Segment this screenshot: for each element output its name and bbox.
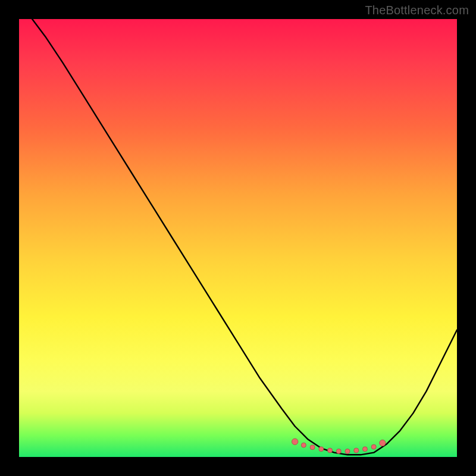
marker-dot [310,445,315,450]
marker-dot [319,447,324,452]
marker-dot [354,448,359,453]
chart-frame: TheBottleneck.com [0,0,476,476]
watermark-label: TheBottleneck.com [365,4,469,17]
marker-dot [371,444,376,449]
marker-dot [301,443,306,447]
marker-dot [292,439,298,444]
bottleneck-curve [32,19,457,455]
marker-dot [345,449,350,453]
curve-layer [19,19,457,457]
marker-dot [328,448,333,453]
marker-dot [362,447,367,452]
optimal-range-markers [292,439,386,453]
marker-dot [380,440,386,446]
marker-dot [336,449,341,453]
